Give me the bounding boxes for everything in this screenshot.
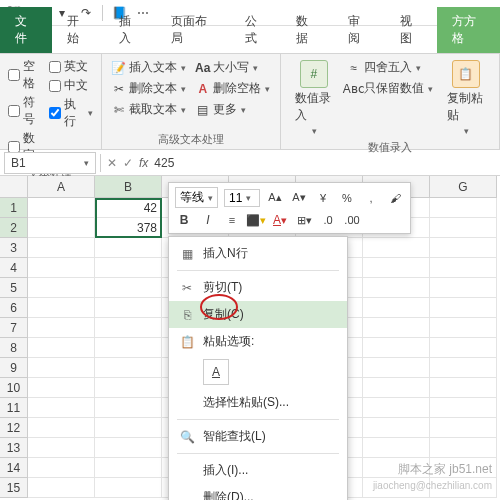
cell-B12[interactable]: [95, 418, 162, 438]
row-header-9[interactable]: 9: [0, 358, 28, 378]
increase-decimal-icon[interactable]: .00: [343, 211, 361, 229]
cell-A5[interactable]: [28, 278, 95, 298]
chk-english[interactable]: 英文: [49, 58, 92, 75]
col-header-G[interactable]: G: [430, 176, 497, 198]
col-header-A[interactable]: A: [28, 176, 95, 198]
cell-F3[interactable]: [363, 238, 430, 258]
row-header-13[interactable]: 13: [0, 438, 28, 458]
font-color-icon[interactable]: A▾: [271, 211, 289, 229]
cell-B3[interactable]: [95, 238, 162, 258]
cell-A4[interactable]: [28, 258, 95, 278]
ctx-paste-special[interactable]: 选择性粘贴(S)...: [169, 389, 347, 416]
row-header-8[interactable]: 8: [0, 338, 28, 358]
align-icon[interactable]: ≡: [223, 211, 241, 229]
btn-delete-space[interactable]: A删除空格▾: [194, 79, 272, 98]
cell-F5[interactable]: [363, 278, 430, 298]
cell-B2[interactable]: 378: [95, 218, 162, 238]
cell-A9[interactable]: [28, 358, 95, 378]
cell-A7[interactable]: [28, 318, 95, 338]
tab-home[interactable]: 开始: [52, 7, 104, 53]
ctx-cut[interactable]: ✂剪切(T): [169, 274, 347, 301]
cell-G12[interactable]: [430, 418, 497, 438]
cell-A12[interactable]: [28, 418, 95, 438]
cell-F7[interactable]: [363, 318, 430, 338]
btn-copy-paste[interactable]: 📋 复制粘贴▾: [441, 58, 491, 138]
chk-chinese[interactable]: 中文: [49, 77, 92, 94]
row-header-6[interactable]: 6: [0, 298, 28, 318]
row-header-4[interactable]: 4: [0, 258, 28, 278]
btn-more[interactable]: ▤更多▾: [194, 100, 272, 119]
bold-icon[interactable]: B: [175, 211, 193, 229]
cell-G4[interactable]: [430, 258, 497, 278]
name-box[interactable]: B1▾: [4, 152, 96, 174]
cell-G13[interactable]: [430, 438, 497, 458]
ctx-delete[interactable]: 删除(D)...: [169, 484, 347, 500]
ctx-insert[interactable]: 插入(I)...: [169, 457, 347, 484]
cell-B10[interactable]: [95, 378, 162, 398]
cell-A14[interactable]: [28, 458, 95, 478]
cell-A10[interactable]: [28, 378, 95, 398]
cell-F13[interactable]: [363, 438, 430, 458]
chk-execute[interactable]: 执行▾: [49, 96, 92, 130]
cell-A3[interactable]: [28, 238, 95, 258]
btn-round[interactable]: ≈四舍五入▾: [345, 58, 435, 77]
decrease-font-icon[interactable]: A▾: [290, 189, 308, 207]
percent-icon[interactable]: %: [338, 189, 356, 207]
cell-G9[interactable]: [430, 358, 497, 378]
accept-icon[interactable]: ✓: [123, 156, 133, 170]
cell-G2[interactable]: [430, 218, 497, 238]
tab-data[interactable]: 数据: [281, 7, 333, 53]
cell-A11[interactable]: [28, 398, 95, 418]
cell-B7[interactable]: [95, 318, 162, 338]
cell-G6[interactable]: [430, 298, 497, 318]
border-icon[interactable]: ⊞▾: [295, 211, 313, 229]
formula-value[interactable]: 425: [154, 156, 174, 170]
col-header-B[interactable]: B: [95, 176, 162, 198]
row-header-15[interactable]: 15: [0, 478, 28, 498]
chk-space[interactable]: 空格: [8, 58, 43, 92]
tab-review[interactable]: 审阅: [333, 7, 385, 53]
btn-case[interactable]: Aa大小写▾: [194, 58, 272, 77]
row-header-5[interactable]: 5: [0, 278, 28, 298]
row-header-11[interactable]: 11: [0, 398, 28, 418]
tab-file[interactable]: 文件: [0, 7, 52, 53]
row-header-7[interactable]: 7: [0, 318, 28, 338]
cell-G5[interactable]: [430, 278, 497, 298]
fx-icon[interactable]: fx: [139, 156, 148, 170]
cell-G3[interactable]: [430, 238, 497, 258]
cell-B15[interactable]: [95, 478, 162, 498]
cell-B11[interactable]: [95, 398, 162, 418]
cell-G1[interactable]: [430, 198, 497, 218]
chevron-down-icon[interactable]: ▾: [84, 158, 89, 168]
cell-A15[interactable]: [28, 478, 95, 498]
cancel-icon[interactable]: ✕: [107, 156, 117, 170]
comma-icon[interactable]: ,: [362, 189, 380, 207]
ctx-smart-find[interactable]: 🔍智能查找(L): [169, 423, 347, 450]
currency-icon[interactable]: ¥: [314, 189, 332, 207]
format-painter-icon[interactable]: 🖌: [386, 189, 404, 207]
row-header-10[interactable]: 10: [0, 378, 28, 398]
paste-tile[interactable]: A: [203, 359, 229, 385]
btn-keep-number[interactable]: Aʙᴄ只保留数值▾: [345, 79, 435, 98]
cell-A8[interactable]: [28, 338, 95, 358]
cell-B1[interactable]: 42: [95, 198, 162, 218]
cell-F9[interactable]: [363, 358, 430, 378]
tab-fangfangge[interactable]: 方方格: [437, 7, 500, 53]
cell-F10[interactable]: [363, 378, 430, 398]
cell-F4[interactable]: [363, 258, 430, 278]
cell-B8[interactable]: [95, 338, 162, 358]
cell-A1[interactable]: [28, 198, 95, 218]
tab-view[interactable]: 视图: [385, 7, 437, 53]
cell-F8[interactable]: [363, 338, 430, 358]
cell-B5[interactable]: [95, 278, 162, 298]
cell-B6[interactable]: [95, 298, 162, 318]
btn-insert-text[interactable]: 📝插入文本▾: [110, 58, 188, 77]
cell-B4[interactable]: [95, 258, 162, 278]
btn-number-entry[interactable]: # 数值录入▾: [289, 58, 339, 138]
italic-icon[interactable]: I: [199, 211, 217, 229]
cell-G11[interactable]: [430, 398, 497, 418]
cell-G10[interactable]: [430, 378, 497, 398]
tab-formula[interactable]: 公式: [230, 7, 282, 53]
cell-B14[interactable]: [95, 458, 162, 478]
cell-A2[interactable]: [28, 218, 95, 238]
